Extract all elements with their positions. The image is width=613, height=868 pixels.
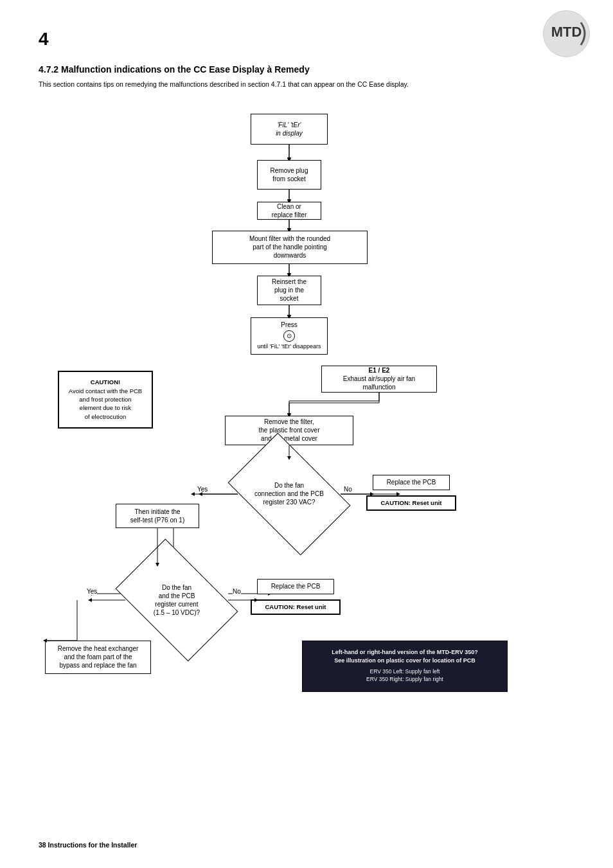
info-box-erv: Left-hand or right-hand version of the M… — [302, 641, 508, 692]
flow-box-self-test: Then initiate theself-test (P76 on 1) — [116, 504, 199, 528]
page: MTD 4 4.7.2 Malfunction indications on t… — [0, 0, 613, 868]
flow-box-reinsert-plug: Reinsert theplug in thesocket — [257, 276, 321, 305]
no-label-2: No — [233, 588, 241, 595]
yes-label-2: Yes — [87, 588, 97, 595]
flow-box-remove-plug: Remove plugfrom socket — [257, 160, 321, 190]
section-title: 4.7.2 Malfunction indications on the CC … — [39, 64, 574, 75]
no-label-1: No — [344, 486, 352, 493]
caution-reset-1: CAUTION: Reset unit — [366, 495, 456, 511]
flow-box-mount-filter: Mount filter with the roundedpart of the… — [212, 231, 368, 264]
flow-box-e1e2: E1 / E2 Exhaust air/supply air fanmalfun… — [321, 366, 437, 393]
svg-text:MTD: MTD — [551, 24, 582, 40]
diamond-230vac: Do the fanconnection and the PCBregister… — [238, 459, 341, 529]
circle-button-icon: ⊙ — [283, 330, 295, 342]
caution-box-electrocution: CAUTION!Avoid contact with the PCBand fr… — [58, 371, 153, 429]
flowchart-container: 'FiL' 'tEr' in display Remove plugfrom s… — [39, 102, 574, 841]
diamond-current: Do the fanand the PCBregister current(1.… — [125, 565, 228, 635]
section-description: This section contains tips on remedying … — [39, 80, 574, 89]
footer-text: 38 Instructions for the Installer — [39, 841, 137, 849]
flow-box-replace-pcb-2: Replace the PCB — [257, 579, 334, 594]
caution-reset-2: CAUTION: Reset unit — [251, 599, 341, 615]
flow-box-fil-ter: 'FiL' 'tEr' in display — [251, 114, 328, 145]
flow-box-press: Press ⊙ until 'FiL' 'tEr' disappears — [251, 317, 328, 355]
flow-box-remove-heat: Remove the heat exchangerand the foam pa… — [45, 641, 151, 674]
flow-box-clean-filter: Clean orreplace filter — [257, 202, 321, 220]
flow-box-remove-cover: Remove the filter,the plastic front cove… — [225, 416, 353, 445]
mtd-logo: MTD — [542, 10, 591, 59]
page-number: 4 — [39, 29, 49, 49]
flow-box-replace-pcb-1: Replace the PCB — [373, 475, 450, 490]
yes-label-1: Yes — [197, 486, 208, 493]
